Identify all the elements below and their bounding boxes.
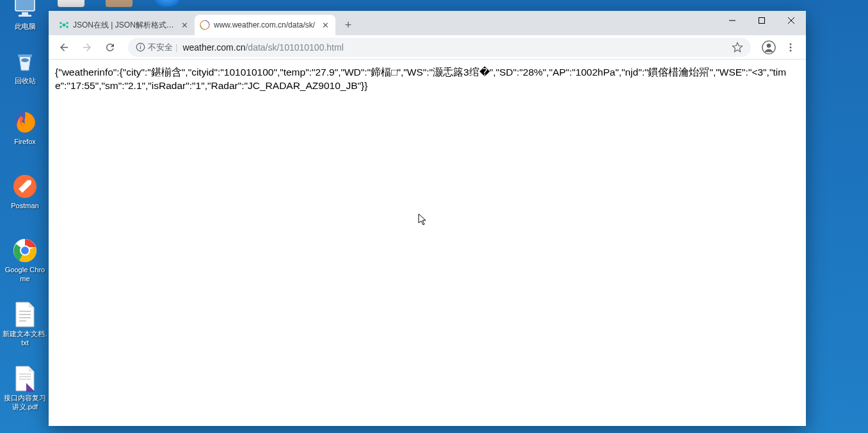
- page-content[interactable]: {"weatherinfo":{"city":"鍖椾含","cityid":"1…: [49, 60, 806, 426]
- icon-label: Firefox: [14, 137, 36, 146]
- security-status[interactable]: 不安全 |: [136, 42, 177, 53]
- tab-title: www.weather.com.cn/data/sk/: [214, 20, 316, 29]
- tab-weather-active[interactable]: www.weather.com.cn/data/sk/ ✕: [195, 15, 335, 35]
- desktop-icon-partial[interactable]: [58, 0, 84, 7]
- url-path: /data/sk/101010100.html: [245, 42, 343, 53]
- svg-point-34: [790, 46, 792, 48]
- window-controls: [718, 11, 806, 30]
- tab-close-icon[interactable]: ✕: [320, 20, 330, 30]
- browser-window: JSON在线 | JSON解析格式化—S ✕ www.weather.com.c…: [49, 11, 806, 426]
- chrome-icon: [12, 237, 38, 264]
- firefox-icon: [12, 109, 38, 136]
- pdf-file-icon: [12, 365, 38, 392]
- security-text: 不安全: [148, 42, 173, 53]
- svg-point-18: [63, 24, 66, 27]
- recycle-bin-icon: [12, 48, 38, 75]
- svg-point-35: [790, 49, 792, 51]
- icon-label: Postman: [11, 201, 38, 210]
- desktop-icon-partial[interactable]: [106, 0, 133, 7]
- text-file-icon: [12, 301, 38, 328]
- address-bar[interactable]: 不安全 | weather.com.cn/data/sk/101010100.h…: [128, 38, 751, 57]
- desktop-icon-textfile[interactable]: 新建文本文档.txt: [3, 301, 47, 348]
- info-icon: [136, 42, 145, 52]
- svg-rect-25: [759, 18, 765, 24]
- tab-json-online[interactable]: JSON在线 | JSON解析格式化—S ✕: [54, 15, 195, 35]
- profile-button[interactable]: [759, 37, 779, 58]
- desktop-icon-this-pc[interactable]: 此电脑: [3, 0, 47, 31]
- menu-button[interactable]: [780, 37, 801, 58]
- close-button[interactable]: [776, 11, 806, 30]
- url-host: weather.com.cn: [182, 42, 245, 53]
- svg-point-19: [60, 22, 62, 24]
- icon-label: 新建文本文档.txt: [3, 329, 47, 348]
- svg-rect-3: [18, 54, 32, 57]
- desktop-icon-recycle-bin[interactable]: 回收站: [3, 48, 47, 85]
- desktop-icon-firefox[interactable]: Firefox: [3, 109, 47, 146]
- svg-point-30: [140, 45, 141, 46]
- browser-toolbar: 不安全 | weather.com.cn/data/sk/101010100.h…: [49, 35, 806, 60]
- desktop-icon-chrome[interactable]: Google Chrome: [3, 237, 47, 284]
- pc-icon: [12, 0, 38, 20]
- icon-label: 接口内容复习讲义.pdf: [3, 393, 47, 412]
- minimize-button[interactable]: [718, 11, 747, 30]
- svg-point-22: [66, 26, 68, 28]
- svg-point-7: [28, 180, 31, 184]
- favicon-json-icon: [59, 20, 69, 30]
- new-tab-button[interactable]: +: [339, 16, 357, 34]
- svg-rect-2: [19, 15, 31, 17]
- tab-close-icon[interactable]: ✕: [179, 20, 189, 30]
- forward-button[interactable]: [77, 37, 97, 58]
- reload-button[interactable]: [100, 37, 120, 58]
- tab-title: JSON在线 | JSON解析格式化—S: [73, 20, 175, 31]
- svg-point-33: [790, 43, 792, 45]
- svg-point-20: [66, 22, 68, 24]
- json-response-text: {"weatherinfo":{"city":"鍖椾含","cityid":"1…: [55, 67, 786, 91]
- icon-label: Google Chrome: [3, 265, 47, 284]
- icon-label: 回收站: [15, 76, 36, 85]
- maximize-button[interactable]: [747, 11, 776, 30]
- bookmark-star-icon[interactable]: [732, 42, 743, 53]
- back-button[interactable]: [54, 37, 74, 58]
- desktop-icon-pdf[interactable]: 接口内容复习讲义.pdf: [3, 365, 47, 412]
- svg-point-10: [21, 247, 29, 254]
- svg-rect-0: [15, 0, 35, 11]
- svg-point-4: [21, 58, 29, 62]
- postman-icon: [12, 173, 38, 200]
- icon-label: 此电脑: [15, 22, 36, 31]
- svg-rect-1: [22, 12, 28, 15]
- svg-point-32: [767, 44, 771, 47]
- tab-strip: JSON在线 | JSON解析格式化—S ✕ www.weather.com.c…: [49, 11, 806, 35]
- url-text: weather.com.cn/data/sk/101010100.html: [182, 42, 727, 53]
- svg-point-21: [60, 26, 62, 28]
- desktop-icon-partial[interactable]: [154, 0, 181, 7]
- desktop-icon-postman[interactable]: Postman: [3, 173, 47, 210]
- favicon-weather-icon: [200, 20, 210, 30]
